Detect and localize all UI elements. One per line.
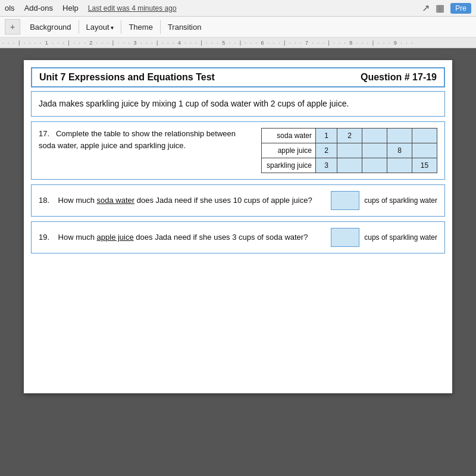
grid-icon: ▦ (436, 2, 444, 14)
cell-spark-4 (387, 158, 412, 173)
q19-answer-box[interactable] (331, 228, 359, 247)
title-left: Unit 7 Expressions and Equations Test (39, 72, 215, 83)
title-right: Question # 17-19 (361, 72, 437, 83)
cell-soda-2: 2 (337, 129, 362, 143)
q17-text: 17. Complete the table to show the relat… (39, 128, 252, 151)
q18-text-block: 18. How much soda water does Jada need i… (39, 195, 326, 206)
label-sparkling-juice: sparkling juice (261, 158, 315, 173)
question-19-block: 19. How much apple juice does Jada need … (31, 221, 445, 253)
q18-text-pre: How much (58, 196, 97, 205)
q17-content: 17. Complete the table to show the relat… (39, 128, 437, 173)
q18-underline: soda water (97, 196, 135, 205)
q18-number: 18. (39, 196, 49, 205)
chart-icon: ↗ (422, 2, 430, 14)
q19-text-block: 19. How much apple juice does Jada need … (39, 231, 326, 243)
q17-body: Complete the table to show the relations… (39, 129, 236, 150)
q17-table-wrapper: soda water 1 2 apple juice 2 (261, 128, 437, 173)
question-18-block: 18. How much soda water does Jada need i… (31, 184, 445, 217)
cell-apple-2 (337, 143, 362, 158)
menu-bar: ols Add-ons Help Last edit was 4 minutes… (0, 0, 476, 17)
table-row-sparkling: sparkling juice 3 15 (261, 158, 437, 173)
menu-ols[interactable]: ols (5, 4, 15, 12)
menu-addons[interactable]: Add-ons (24, 4, 53, 12)
transition-button[interactable]: Transition (161, 20, 209, 34)
cell-spark-1: 3 (316, 158, 337, 173)
slide-area: Unit 7 Expressions and Equations Test Qu… (0, 48, 476, 476)
cell-spark-5: 15 (412, 158, 437, 173)
ruler: · · · | · · · · 1 · · · | · · · 2 · · · … (0, 37, 476, 48)
cell-soda-1: 1 (316, 129, 337, 143)
q19-text-pre: How much (58, 233, 97, 242)
cell-spark-3 (362, 158, 387, 173)
cell-apple-1: 2 (316, 143, 337, 158)
slide-title: Unit 7 Expressions and Equations Test Qu… (31, 67, 445, 87)
q19-text-post: does Jada need if she uses 3 cups of sod… (134, 233, 308, 242)
problem-statement: Jada makes sparkling juice by mixing 1 c… (31, 91, 445, 117)
juice-table: soda water 1 2 apple juice 2 (261, 128, 437, 173)
background-button[interactable]: Background (23, 20, 79, 34)
cell-apple-4: 8 (387, 143, 412, 158)
cell-spark-2 (337, 158, 362, 173)
problem-text: Jada makes sparkling juice by mixing 1 c… (39, 99, 349, 108)
label-soda-water: soda water (261, 129, 315, 143)
cell-apple-5 (412, 143, 437, 158)
table-row-soda: soda water 1 2 (261, 129, 437, 143)
question-17-block: 17. Complete the table to show the relat… (31, 121, 445, 180)
q17-number: 17. (39, 129, 49, 138)
theme-button[interactable]: Theme (121, 20, 160, 34)
toolbar: + Background Layout Theme Transition (0, 17, 476, 37)
cell-soda-5 (412, 129, 437, 143)
menu-help[interactable]: Help (62, 4, 79, 12)
ruler-marks: · · · | · · · · 1 · · · | · · · 2 · · · … (2, 40, 414, 46)
q19-underline: apple juice (97, 233, 134, 242)
q18-answer-box[interactable] (331, 191, 359, 210)
pre-button[interactable]: Pre (450, 3, 471, 14)
layout-button[interactable]: Layout (79, 20, 122, 34)
label-apple-juice: apple juice (261, 143, 315, 158)
slide: Unit 7 Expressions and Equations Test Qu… (24, 60, 452, 393)
q18-suffix: cups of sparkling water (364, 196, 437, 205)
cell-apple-3 (362, 143, 387, 158)
q18-text-post: does Jada need if she uses 10 cups of ap… (134, 196, 312, 205)
toolbar-icon-left[interactable]: + (5, 19, 20, 35)
q19-suffix: cups of sparkling water (364, 233, 437, 242)
toolbar-icons: ↗ ▦ Pre (422, 2, 471, 14)
cell-soda-3 (362, 129, 387, 143)
q19-number: 19. (39, 233, 49, 242)
table-row-apple: apple juice 2 8 (261, 143, 437, 158)
cell-soda-4 (387, 129, 412, 143)
last-edit-label: Last edit was 4 minutes ago (88, 4, 177, 12)
